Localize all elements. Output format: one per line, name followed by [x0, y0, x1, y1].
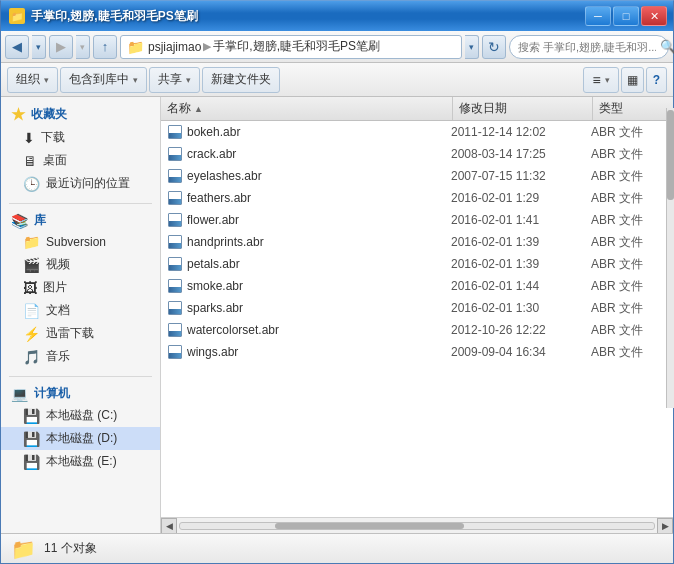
file-name-text: sparks.abr: [187, 301, 243, 315]
table-row[interactable]: crack.abr 2008-03-14 17:25 ABR 文件: [161, 143, 673, 165]
table-row[interactable]: smoke.abr 2016-02-01 1:44 ABR 文件: [161, 275, 673, 297]
search-icon[interactable]: 🔍: [660, 39, 674, 54]
file-date: 2016-02-01 1:41: [451, 213, 591, 227]
forward-dropdown[interactable]: ▾: [76, 35, 90, 59]
hscroll-left-btn[interactable]: ◀: [161, 518, 177, 534]
file-icon: [167, 212, 183, 228]
path-dropdown[interactable]: ▾: [465, 35, 479, 59]
close-button[interactable]: ✕: [641, 6, 667, 26]
address-path[interactable]: 📁 psjiajimao ▶ 手掌印,翅膀,睫毛和羽毛PS笔刷: [120, 35, 462, 59]
title-buttons: ─ □ ✕: [585, 6, 667, 26]
file-name: wings.abr: [163, 344, 451, 360]
organize-button[interactable]: 组织 ▾: [7, 67, 58, 93]
hscroll-thumb[interactable]: [275, 523, 465, 529]
file-name-text: handprints.abr: [187, 235, 264, 249]
file-list-body[interactable]: bokeh.abr 2011-12-14 12:02 ABR 文件 crack.…: [161, 121, 673, 517]
table-row[interactable]: sparks.abr 2016-02-01 1:30 ABR 文件: [161, 297, 673, 319]
file-date: 2009-09-04 16:34: [451, 345, 591, 359]
sidebar-divider-2: [9, 376, 152, 377]
sidebar-item-recent[interactable]: 🕒 最近访问的位置: [1, 172, 160, 195]
file-icon: [167, 124, 183, 140]
forward-button[interactable]: ▶: [49, 35, 73, 59]
search-input[interactable]: [518, 41, 656, 53]
drive-e-icon: 💾: [23, 454, 40, 470]
hscroll-right-btn[interactable]: ▶: [657, 518, 673, 534]
minimize-button[interactable]: ─: [585, 6, 611, 26]
sidebar-divider-1: [9, 203, 152, 204]
col-header-name[interactable]: 名称 ▲: [161, 97, 453, 120]
new-folder-button[interactable]: 新建文件夹: [202, 67, 280, 93]
address-bar: ◀ ▾ ▶ ▾ ↑ 📁 psjiajimao ▶ 手掌印,翅膀,睫毛和羽毛PS笔…: [1, 31, 673, 63]
hscroll-track[interactable]: [179, 522, 655, 530]
sidebar-item-thunder[interactable]: ⚡ 迅雷下载: [1, 322, 160, 345]
library-header: 📚 库: [1, 208, 160, 231]
path-segments: psjiajimao ▶ 手掌印,翅膀,睫毛和羽毛PS笔刷: [148, 38, 380, 55]
up-button[interactable]: ↑: [93, 35, 117, 59]
file-date: 2016-02-01 1:30: [451, 301, 591, 315]
table-row[interactable]: eyelashes.abr 2007-07-15 11:32 ABR 文件: [161, 165, 673, 187]
sidebar-item-drive-d[interactable]: 💾 本地磁盘 (D:): [1, 427, 160, 450]
include-in-button[interactable]: 包含到库中 ▾: [60, 67, 147, 93]
share-arrow: ▾: [186, 75, 191, 85]
view-button[interactable]: ≡ ▾: [583, 67, 618, 93]
sidebar-item-pictures[interactable]: 🖼 图片: [1, 276, 160, 299]
file-date: 2016-02-01 1:39: [451, 257, 591, 271]
status-bar: 📁 11 个对象: [1, 533, 673, 563]
col-header-type[interactable]: 类型: [593, 97, 673, 120]
sidebar-item-documents[interactable]: 📄 文档: [1, 299, 160, 322]
window-icon: 📁: [9, 8, 25, 24]
hscroll-bar[interactable]: ◀ ▶: [161, 517, 673, 533]
sidebar-item-download[interactable]: ⬇ 下载: [1, 126, 160, 149]
status-folder-icon: 📁: [11, 537, 36, 561]
file-icon: [167, 300, 183, 316]
file-name: petals.abr: [163, 256, 451, 272]
sidebar-item-drive-e[interactable]: 💾 本地磁盘 (E:): [1, 450, 160, 473]
table-row[interactable]: petals.abr 2016-02-01 1:39 ABR 文件: [161, 253, 673, 275]
file-date: 2012-10-26 12:22: [451, 323, 591, 337]
file-name: feathers.abr: [163, 190, 451, 206]
sidebar-item-subversion[interactable]: 📁 Subversion: [1, 231, 160, 253]
file-name-text: bokeh.abr: [187, 125, 240, 139]
refresh-button[interactable]: ↻: [482, 35, 506, 59]
path-separator: ▶: [203, 40, 211, 53]
file-type: ABR 文件: [591, 300, 671, 317]
pictures-icon: 🖼: [23, 280, 37, 296]
table-row[interactable]: wings.abr 2009-09-04 16:34 ABR 文件: [161, 341, 673, 363]
table-row[interactable]: feathers.abr 2016-02-01 1:29 ABR 文件: [161, 187, 673, 209]
abr-file-icon: [168, 345, 182, 359]
file-name: bokeh.abr: [163, 124, 451, 140]
desktop-icon: 🖥: [23, 153, 37, 169]
library-icon: 📚: [11, 213, 28, 229]
sidebar-item-video[interactable]: 🎬 视频: [1, 253, 160, 276]
back-dropdown[interactable]: ▾: [32, 35, 46, 59]
view2-button[interactable]: ▦: [621, 67, 644, 93]
abr-file-icon: [168, 323, 182, 337]
file-name: crack.abr: [163, 146, 451, 162]
file-icon: [167, 146, 183, 162]
title-bar: 📁 手掌印,翅膀,睫毛和羽毛PS笔刷 ─ □ ✕: [1, 1, 673, 31]
abr-file-icon: [168, 235, 182, 249]
file-icon: [167, 256, 183, 272]
file-name-text: watercolorset.abr: [187, 323, 279, 337]
status-text: 11 个对象: [44, 540, 97, 557]
search-box[interactable]: 🔍: [509, 35, 669, 59]
help-button[interactable]: ?: [646, 67, 667, 93]
file-date: 2011-12-14 12:02: [451, 125, 591, 139]
file-date: 2016-02-01 1:39: [451, 235, 591, 249]
file-name: watercolorset.abr: [163, 322, 451, 338]
back-button[interactable]: ◀: [5, 35, 29, 59]
table-row[interactable]: handprints.abr 2016-02-01 1:39 ABR 文件: [161, 231, 673, 253]
file-icon: [167, 190, 183, 206]
sidebar-item-music[interactable]: 🎵 音乐: [1, 345, 160, 368]
maximize-button[interactable]: □: [613, 6, 639, 26]
sidebar-item-desktop[interactable]: 🖥 桌面: [1, 149, 160, 172]
computer-header: 💻 计算机: [1, 381, 160, 404]
sidebar-item-drive-c[interactable]: 💾 本地磁盘 (C:): [1, 404, 160, 427]
table-row[interactable]: flower.abr 2016-02-01 1:41 ABR 文件: [161, 209, 673, 231]
file-type: ABR 文件: [591, 190, 671, 207]
table-row[interactable]: bokeh.abr 2011-12-14 12:02 ABR 文件: [161, 121, 673, 143]
path-root: psjiajimao: [148, 40, 201, 54]
col-header-date[interactable]: 修改日期: [453, 97, 593, 120]
share-button[interactable]: 共享 ▾: [149, 67, 200, 93]
table-row[interactable]: watercolorset.abr 2012-10-26 12:22 ABR 文…: [161, 319, 673, 341]
